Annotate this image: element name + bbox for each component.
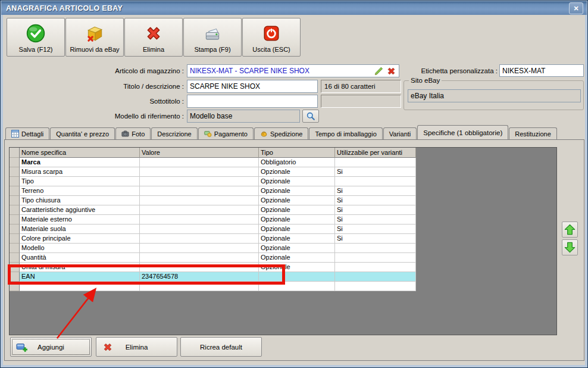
elimina-button[interactable]: Elimina [124,18,183,57]
grid-cell [335,253,416,263]
payment-icon [204,130,212,138]
grid-cell: Opzionale [259,196,335,205]
grid-cell: 2347654578 [140,272,259,282]
tab-label: Spedizione [270,130,302,138]
grid-row-selector[interactable] [10,205,20,215]
tab-descrizione[interactable]: Descrizione [151,127,197,139]
grid-header-row: Nome specificaValoreTipoUtilizzabile per… [10,148,556,158]
grid-header-valore[interactable]: Valore [140,148,259,158]
grid-row[interactable]: Tipo chiusuraOpzionaleSi [10,196,556,205]
toolbar: Salva (F12)Rimuovi da eBayEliminaStampa … [7,18,301,58]
move-down-button[interactable] [562,239,578,255]
modello-search-button[interactable] [302,110,319,123]
grid-row-selector[interactable] [10,272,20,282]
tab-tempo-di-imballaggio[interactable]: Tempo di imballaggio [309,127,382,139]
grid-row-selector[interactable] [10,282,20,291]
tab-label: Quantita' e prezzo [56,130,109,138]
tab-dettagli[interactable]: Dettagli [5,127,49,139]
grid-row[interactable]: Misura scarpaOpzionaleSi [10,167,556,177]
grid-cell [140,186,259,196]
grid-row[interactable]: EAN2347654578 [10,272,556,282]
grid-row[interactable]: Materiale suolaOpzionaleSi [10,224,556,234]
grid-row[interactable]: ModelloOpzionale [10,244,556,253]
arrow-up-icon [564,223,576,236]
titolo-input[interactable] [187,80,318,93]
grid-row[interactable]: TerrenoOpzionaleSi [10,186,556,196]
grid-row-selector[interactable] [10,177,20,186]
sottotitolo-input[interactable] [187,95,318,108]
sottotitolo-counter-box [321,95,401,108]
grid-row-selector[interactable] [10,215,20,224]
grid-header-nome-specifica[interactable]: Nome specifica [20,148,140,158]
grid-cell [140,196,259,205]
ricrea-default-button[interactable]: Ricrea default [180,337,262,357]
tab-specifiche-1-obbligatorie[interactable]: Specifiche (1 obbligatorie) [417,125,508,139]
grid-cell: Materiale esterno [20,215,140,224]
tab-spedizione[interactable]: Spedizione [254,127,308,139]
tab-pagamento[interactable]: Pagamento [198,127,254,139]
window-title: ANAGRAFICA ARTICOLO EBAY [1,4,123,13]
tab-label: Pagamento [214,130,248,138]
grid-row-selector[interactable] [10,263,20,272]
button-label: Ricrea default [200,344,242,351]
close-icon[interactable]: ✕ [569,2,583,14]
elimina-specifica-button[interactable]: Elimina [96,337,177,357]
grid-icon [11,130,19,138]
grid-cell [140,215,259,224]
search-icon [306,111,315,121]
grid-row[interactable]: MarcaObbligatorio [10,158,556,167]
grid-cell: Opzionale [259,253,335,263]
sito-ebay-field: eBay Italia [408,89,581,102]
tab-quantita-e-prezzo[interactable]: Quantita' e prezzo [50,127,115,139]
aggiungi-button[interactable]: Aggiungi [10,337,92,357]
grid-cell: Si [335,215,416,224]
tab-label: Descrizione [157,130,191,138]
sito-ebay-groupbox: Sito eBay eBay Italia [404,80,584,110]
tab-label: Dettagli [21,130,43,138]
grid-cell [335,177,416,186]
grid-row-selector-header [10,148,20,158]
stampa-button[interactable]: Stampa (F9) [183,18,242,57]
grid-row-selector[interactable] [10,224,20,234]
grid-row-selector[interactable] [10,253,20,263]
grid-row[interactable]: Unità di misuraOpzionale [10,263,556,272]
grid-row-selector[interactable] [10,167,20,177]
tab-varianti[interactable]: Varianti [383,127,417,139]
grid-row[interactable]: TipoOpzionale [10,177,556,186]
grid-row-selector[interactable] [10,234,20,244]
grid-cell: Tipo chiusura [20,196,140,205]
grid-cell: Si [335,167,416,177]
grid-row-selector[interactable] [10,158,20,167]
specifics-grid[interactable]: Nome specificaValoreTipoUtilizzabile per… [9,147,557,335]
grid-row[interactable] [10,282,556,291]
titlebar[interactable]: ANAGRAFICA ARTICOLO EBAY ✕ [1,1,587,15]
move-up-button[interactable] [562,222,578,238]
toolbar-button-label: Salva (F12) [19,46,53,53]
shipping-icon [260,130,268,138]
rimuovi-da-ebay-button[interactable]: Rimuovi da eBay [65,18,124,57]
grid-cell [335,282,416,291]
tab-bar: DettagliQuantita' e prezzoFotoDescrizion… [5,125,558,139]
box-remove-icon [85,23,105,43]
grid-row[interactable]: Caratteristiche aggiuntiveOpzionaleSi [10,205,556,215]
grid-row-selector[interactable] [10,196,20,205]
grid-cell: Quantità [20,253,140,263]
grid-cell [140,282,259,291]
grid-cell [259,272,335,282]
tab-label: Foto [132,130,145,138]
grid-row-selector[interactable] [10,244,20,253]
tab-foto[interactable]: Foto [115,127,151,139]
grid-row[interactable]: QuantitàOpzionale [10,253,556,263]
tab-restituzione[interactable]: Restituzione [509,127,557,139]
etichetta-personalizzata-label: Etichetta personalizzata : [314,67,498,74]
red-x-icon [102,341,114,353]
salva-button[interactable]: Salva (F12) [7,18,65,57]
uscita-button[interactable]: Uscita (ESC) [242,18,301,57]
grid-row[interactable]: Materiale esternoOpzionaleSi [10,215,556,224]
grid-header-tipo[interactable]: Tipo [259,148,335,158]
grid-row-selector[interactable] [10,186,20,196]
grid-row[interactable]: Colore principaleOpzionaleSi [10,234,556,244]
grid-header-utilizzabile-per-varianti[interactable]: Utilizzabile per varianti [335,148,416,158]
etichetta-personalizzata-input[interactable] [499,64,584,77]
titolo-descrizione-label: Titolo / descrizione : [1,83,184,90]
